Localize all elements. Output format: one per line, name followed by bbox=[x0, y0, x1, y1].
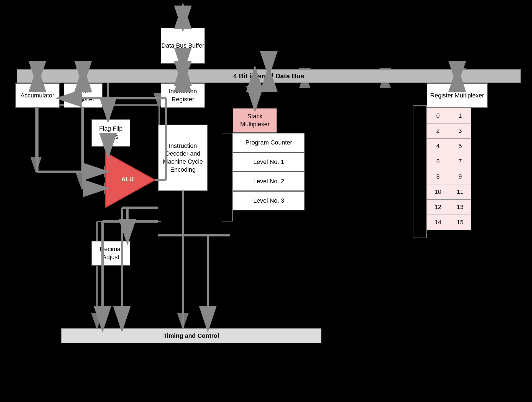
alu-svg: ALU bbox=[105, 152, 155, 208]
svg-text:ALU: ALU bbox=[121, 176, 134, 183]
register-multiplexer-box: Register Multiplexer bbox=[427, 83, 488, 108]
data-bus-buffer-label: Data Bus Buffer bbox=[162, 42, 204, 50]
register-cell: 14 bbox=[427, 215, 449, 230]
sync-label: Sync bbox=[250, 343, 264, 351]
level2-label: Level No. 2 bbox=[253, 177, 284, 185]
register-cell: 5 bbox=[449, 139, 471, 154]
register-cell: 0 bbox=[427, 108, 449, 123]
register-cell: 6 bbox=[427, 154, 449, 169]
flag-flip-flops-label: Flag Flip Flops bbox=[92, 125, 130, 141]
register-cell: 4 bbox=[427, 139, 449, 154]
temp-register-label: Temp. Register bbox=[64, 87, 102, 103]
decimal-adjust-label: Decimal Adjust bbox=[92, 245, 130, 261]
level3-box: Level No. 3 bbox=[233, 191, 305, 210]
data-bus-buffer-box: Data Bus Buffer bbox=[161, 28, 205, 64]
bottom-labels: ROM Control RAM Control Test Sync Clocks bbox=[61, 343, 321, 351]
program-counter-label: Program Counter bbox=[245, 139, 292, 147]
register-cell: 11 bbox=[449, 184, 471, 200]
stack-pointer-border bbox=[222, 133, 233, 221]
register-cell: 2 bbox=[427, 123, 449, 139]
level1-label: Level No. 1 bbox=[253, 158, 284, 166]
level2-box: Level No. 2 bbox=[233, 172, 305, 191]
level1-box: Level No. 1 bbox=[233, 152, 305, 172]
register-cell: 9 bbox=[449, 169, 471, 184]
register-cell: 7 bbox=[449, 154, 471, 169]
test-label: Test bbox=[205, 343, 216, 351]
instruction-register-box: Instruction Register bbox=[161, 83, 205, 108]
register-cell: 10 bbox=[427, 184, 449, 200]
register-cell: 15 bbox=[449, 215, 471, 230]
program-counter-box: Program Counter bbox=[233, 133, 305, 152]
accumulator-label: Accumulator bbox=[21, 92, 54, 100]
temp-register-box: Temp. Register bbox=[64, 83, 103, 108]
register-cell: 3 bbox=[449, 123, 471, 139]
timing-control-label: Timing and Control bbox=[163, 332, 219, 339]
register-table: 0123456789101112131415 bbox=[427, 108, 471, 230]
stack-multiplexer-box: Stack Multiplexer bbox=[233, 108, 277, 133]
data-bus-label: 4 Bit internal Data Bus bbox=[233, 72, 304, 80]
accumulator-box: Accumulator bbox=[15, 83, 60, 108]
index-register-select-border bbox=[413, 105, 427, 238]
instruction-register-label: Instruction Register bbox=[161, 87, 204, 103]
stack-multiplexer-label: Stack Multiplexer bbox=[233, 112, 277, 128]
flag-flip-flops-box: Flag Flip Flops bbox=[91, 119, 130, 147]
register-cell: 1 bbox=[449, 108, 471, 123]
clocks-label: Clocks bbox=[298, 343, 316, 351]
register-cell: 13 bbox=[449, 200, 471, 215]
ram-control-label: RAM Control bbox=[136, 343, 171, 351]
alu-container: ALU bbox=[105, 152, 155, 208]
register-cell: 12 bbox=[427, 200, 449, 215]
level3-label: Level No. 3 bbox=[253, 197, 284, 205]
register-cell: 8 bbox=[427, 169, 449, 184]
rom-control-label: ROM Control bbox=[66, 343, 102, 351]
decimal-adjust-box: Decimal Adjust bbox=[91, 241, 130, 266]
instruction-decoder-box: Instruction Decoder and Machine Cycle En… bbox=[158, 125, 208, 191]
timing-control-bar: Timing and Control bbox=[61, 328, 321, 343]
register-multiplexer-label: Register Multiplexer bbox=[430, 92, 484, 100]
instruction-decoder-label: Instruction Decoder and Machine Cycle En… bbox=[158, 142, 207, 174]
data-bus-bar: 4 Bit internal Data Bus bbox=[17, 69, 521, 83]
diagram-container: .arrow-line { stroke: #777; stroke-width… bbox=[0, 0, 532, 402]
